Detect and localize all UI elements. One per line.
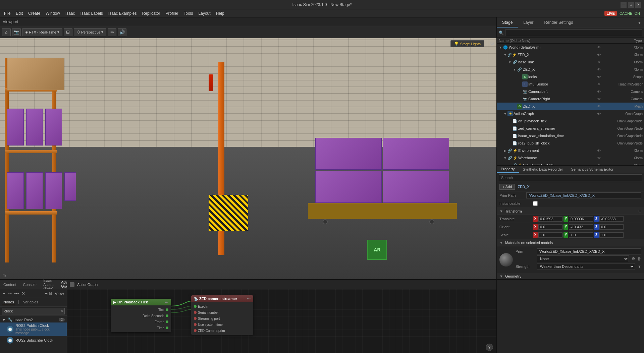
tab-stage[interactable]: Stage	[497, 18, 518, 27]
tab-synthetic-data[interactable]: Synthetic Data Recorder	[519, 166, 567, 173]
orient-y-input[interactable]	[569, 224, 593, 230]
icon-zed-x-child: 🔗	[517, 67, 522, 72]
translate-x-input[interactable]	[538, 216, 562, 222]
mat-delete-icon[interactable]: 🗑	[637, 256, 641, 261]
viewport-home-btn[interactable]: ⌂	[2, 28, 11, 36]
add-node-btn[interactable]: +	[2, 290, 6, 297]
tree-item-looks[interactable]: S looks 👁 Scope	[497, 73, 644, 80]
more-btn[interactable]: •••	[14, 290, 20, 297]
instanceable-checkbox[interactable]	[533, 201, 538, 206]
viewport-arrows-btn[interactable]: ⇒	[108, 28, 116, 36]
menu-edit[interactable]: Edit	[13, 10, 25, 16]
tree-item-world[interactable]: ▼ 🌐 World (defaultPrim) 👁 Xform	[497, 44, 644, 51]
transform-label: Transform	[505, 209, 522, 213]
menu-isaac-labels[interactable]: Isaac Labels	[77, 10, 105, 16]
tree-item-camera-right[interactable]: 📷 CameraRight 👁 Camera	[497, 95, 644, 103]
translate-z-input[interactable]	[599, 216, 624, 222]
menu-isaac[interactable]: Isaac	[63, 10, 78, 16]
tree-item-on-playback-tick[interactable]: 📄 on_playback_tick OmniGraphNode	[497, 117, 644, 125]
help-button[interactable]: ?	[486, 344, 493, 351]
menu-layout[interactable]: Layout	[196, 10, 213, 16]
close-button[interactable]: ✕	[635, 2, 641, 8]
tree-item-zed-x-child[interactable]: ▼ 🔗 ZED_X 👁 Xform	[497, 66, 644, 73]
search-clear-btn[interactable]: ✕	[60, 309, 63, 313]
menu-tools[interactable]: Tools	[181, 10, 196, 16]
zed-menu[interactable]: •••	[247, 297, 251, 301]
tree-item-beam-9m25[interactable]: 🔗 ⚡ SM_BeamA_9M25 👁 Xform	[497, 162, 644, 165]
tab-nodes[interactable]: Nodes	[2, 299, 15, 305]
mat-options-icon[interactable]: ⚙	[632, 256, 635, 261]
label-zed-x-mesh: ZED_X	[523, 104, 596, 108]
tab-variables[interactable]: Variables	[22, 299, 40, 305]
mat-strength-select[interactable]: Weaker than Descendants	[537, 263, 635, 270]
menu-replicator[interactable]: Replicator	[140, 10, 163, 16]
node-item-ros2-publish-clock[interactable]: 🕐 ROS2 Publish Clock This node publi... …	[0, 322, 67, 336]
stage-filter-icon[interactable]: ▼	[635, 19, 644, 26]
isaac-ros2-arrow: ▼	[2, 318, 6, 322]
add-property-btn[interactable]: + Add	[499, 184, 515, 190]
tab-layer[interactable]: Layer	[518, 18, 539, 27]
minimize-button[interactable]: —	[621, 2, 627, 8]
tree-item-camera-left[interactable]: 📷 CameraLeft 👁 Camera	[497, 88, 644, 95]
nodes-list[interactable]: ▼ 🔧 Isaac Ros2 2 🕐 ROS2 Publish Clock Th…	[0, 316, 67, 353]
materials-section[interactable]: ▼ Materials on selected models	[497, 239, 644, 246]
menu-help[interactable]: Help	[213, 10, 227, 16]
render-mode-btn[interactable]: ◈ RTX - Real-Time ▾	[22, 28, 62, 36]
tree-item-action-graph[interactable]: ▼ ⚡ ActionGraph 👁 OmniGraph	[497, 110, 644, 117]
translate-y-input[interactable]	[569, 216, 593, 222]
viewport-camera-btn[interactable]: 📷	[12, 28, 21, 36]
tab-render-settings[interactable]: Render Settings	[539, 18, 578, 27]
nodes-variables-tabs: Nodes | Variables	[0, 298, 67, 307]
edit-node-btn[interactable]: ✏	[7, 290, 12, 297]
tab-property[interactable]: Property	[497, 166, 519, 173]
scale-y-input[interactable]	[569, 232, 593, 238]
menu-isaac-examples[interactable]: Isaac Examples	[106, 10, 140, 16]
scale-z-input[interactable]	[599, 232, 624, 238]
tree-item-isaac-read-sim-time[interactable]: 📄 isaac_read_simulation_time OmniGraphNo…	[497, 132, 644, 139]
stage-lights-button[interactable]: 💡 Stage Lights	[450, 40, 484, 47]
tree-item-zed-camera-streamer[interactable]: 📄 zed_camera_streamer OmniGraphNode	[497, 125, 644, 132]
menu-profiler[interactable]: Profiler	[163, 10, 181, 16]
graph-canvas[interactable]: ▶ On Playback Tick ••• Tick Delta Second…	[67, 289, 496, 353]
node-item-ros2-subscribe-clock[interactable]: 🕐 ROS2 Subscribe Clock	[0, 336, 67, 345]
tree-item-ros2-publish-clock[interactable]: 📄 ros2_publish_clock OmniGraphNode	[497, 139, 644, 147]
prim-path-input[interactable]	[526, 192, 641, 198]
perspective-btn[interactable]: ⬡ Perspective ▾	[74, 28, 106, 36]
menu-create[interactable]: Create	[25, 10, 43, 16]
geometry-section[interactable]: ▼ Geometry	[497, 273, 644, 280]
isaac-ros2-header[interactable]: ▼ 🔧 Isaac Ros2 2	[0, 317, 67, 322]
orient-x-input[interactable]	[538, 224, 562, 230]
stage-search-input[interactable]	[505, 30, 642, 36]
graph-node-zed-camera-streamer[interactable]: 📡 ZED camera streamer ••• ExecIn Serial …	[191, 295, 253, 335]
transform-section[interactable]: ▼ Transform ⊞	[497, 208, 644, 215]
stage-tree[interactable]: ▼ 🌐 World (defaultPrim) 👁 Xform ▼ 🔗 ⚡ ZE…	[497, 44, 644, 165]
mat-prim-path-input[interactable]	[537, 248, 641, 254]
viewport-toggle-btn[interactable]: ⊞	[64, 28, 72, 36]
property-search-input[interactable]	[499, 174, 642, 181]
tree-item-environment[interactable]: ▶ 🔗 ⚡ Environment 👁 Xform	[497, 147, 644, 154]
tab-content[interactable]: Content	[0, 281, 20, 288]
mat-none-select[interactable]: None	[537, 255, 629, 262]
tree-item-warehouse[interactable]: ▼ 🔗 ⚡ Warehouse 👁 Xform	[497, 154, 644, 162]
label-on-playback-tick: on_playback_tick	[518, 119, 602, 123]
tab-console[interactable]: Console	[20, 281, 40, 288]
close-btn[interactable]: ✕	[21, 290, 26, 297]
edit-label[interactable]: Edit	[44, 290, 53, 297]
playback-menu[interactable]: •••	[165, 300, 168, 304]
shelf-beam-h3	[5, 211, 57, 215]
graph-node-on-playback-tick[interactable]: ▶ On Playback Tick ••• Tick Delta Second…	[111, 299, 171, 332]
menu-file[interactable]: File	[1, 10, 13, 16]
tree-item-zed-x-root[interactable]: ▼ 🔗 ⚡ ZED_X 👁 Xform	[497, 51, 644, 58]
viewport-settings-icon[interactable]: ⚙	[490, 40, 494, 47]
menu-window[interactable]: Window	[43, 10, 63, 16]
tab-semantics[interactable]: Semantics Schema Editor	[567, 166, 618, 173]
orient-z-input[interactable]	[599, 224, 624, 230]
node-search-input[interactable]	[2, 308, 65, 314]
restore-button[interactable]: □	[628, 2, 634, 8]
view-label[interactable]: View	[54, 290, 65, 297]
viewport-audio-btn[interactable]: 🔊	[118, 28, 126, 36]
tree-item-zed-x-mesh[interactable]: ⚙ ZED_X 👁 Mesh	[497, 103, 644, 110]
tree-item-imu-sensor[interactable]: I Imu_Sensor 👁 IsaacImuSensor	[497, 80, 644, 88]
scale-x-input[interactable]	[538, 232, 562, 238]
tree-item-base-link[interactable]: ▼ 🔗 base_link 👁 Xform	[497, 58, 644, 66]
